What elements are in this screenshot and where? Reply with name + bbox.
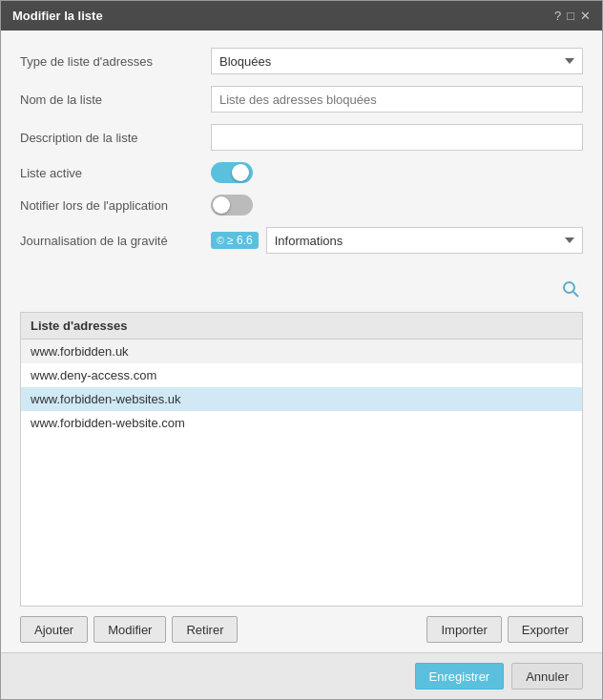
title-bar: Modifier la liste ? □ ✕ [1,1,602,31]
name-control [211,86,583,113]
list-header: Liste d'adresses [21,313,582,340]
active-toggle[interactable] [211,162,253,183]
type-control: Bloquées Autorisées [211,48,583,74]
notify-row: Notifier lors de l'application [20,195,583,216]
list-action-bar: Ajouter Modifier Retirer Importer Export… [1,607,602,652]
notify-control [211,195,583,216]
address-list-section: Liste d'adresses www.forbidden.uk www.de… [20,312,583,607]
dialog-modifier-liste: Modifier la liste ? □ ✕ Type de liste d'… [0,0,603,700]
list-item[interactable]: www.forbidden-websites.uk [21,387,582,411]
description-row: Description de la liste [20,124,583,151]
remove-button[interactable]: Retirer [172,616,238,643]
modify-button[interactable]: Modifier [94,616,166,643]
notify-slider [211,195,253,216]
help-button[interactable]: ? [554,9,561,23]
name-input[interactable] [211,86,583,113]
gravity-badge-value: ≥ 6.6 [227,234,253,247]
copyright-icon: © [217,235,224,246]
description-control [211,124,583,151]
export-button[interactable]: Exporter [508,616,583,643]
dialog-title: Modifier la liste [12,9,103,23]
notify-label: Notifier lors de l'application [20,198,211,213]
description-input[interactable] [211,124,583,151]
dialog-body: Type de liste d'adresses Bloquées Autori… [1,31,602,652]
gravity-control: © ≥ 6.6 Informations Avertissement Criti… [211,227,583,254]
save-button[interactable]: Enregistrer [415,663,505,690]
dialog-footer: Enregistrer Annuler [1,652,602,699]
list-item[interactable]: www.forbidden-website.com [21,411,582,435]
svg-line-1 [573,292,578,297]
import-button[interactable]: Importer [426,616,501,643]
list-body: www.forbidden.uk www.deny-access.com www… [21,340,582,606]
title-bar-controls: ? □ ✕ [554,9,591,23]
form-section: Type de liste d'adresses Bloquées Autori… [1,31,602,275]
gravity-row: Journalisation de la gravité © ≥ 6.6 Inf… [20,227,583,254]
search-button[interactable] [558,278,583,304]
search-bar [1,275,602,312]
active-row: Liste active [20,162,583,183]
list-item[interactable]: www.forbidden.uk [21,340,582,363]
gravity-badge: © ≥ 6.6 [211,232,259,249]
name-label: Nom de la liste [20,93,211,107]
list-action-right: Importer Exporter [426,616,583,643]
svg-point-0 [564,282,574,293]
active-label: Liste active [20,166,211,180]
type-row: Type de liste d'adresses Bloquées Autori… [20,48,583,74]
close-button[interactable]: ✕ [580,9,591,23]
gravity-select[interactable]: Informations Avertissement Critique [266,227,583,254]
list-action-left: Ajouter Modifier Retirer [20,616,238,643]
type-label: Type de liste d'adresses [20,54,211,69]
list-item[interactable]: www.deny-access.com [21,363,582,387]
active-slider [211,162,253,183]
type-select[interactable]: Bloquées Autorisées [211,48,583,74]
search-icon [562,280,579,298]
maximize-button[interactable]: □ [567,9,574,23]
notify-toggle[interactable] [211,195,253,216]
name-row: Nom de la liste [20,86,583,113]
active-control [211,162,583,183]
description-label: Description de la liste [20,131,211,145]
cancel-button[interactable]: Annuler [511,663,583,690]
gravity-label: Journalisation de la gravité [20,234,211,248]
add-button[interactable]: Ajouter [20,616,88,643]
